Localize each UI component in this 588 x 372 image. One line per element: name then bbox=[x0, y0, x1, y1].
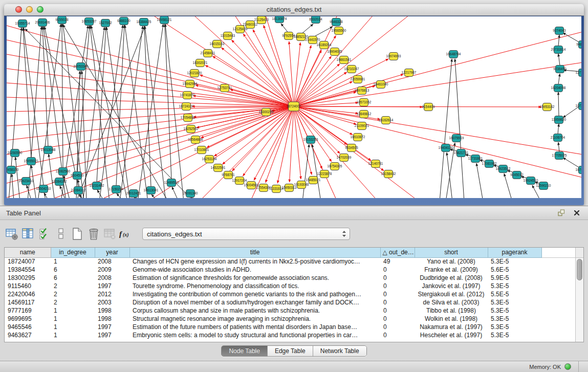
table-panel-title: Table Panel bbox=[6, 209, 41, 217]
table-cell: 1998 bbox=[95, 315, 129, 323]
table-cell: 14569117 bbox=[5, 298, 51, 307]
table-cell: 0 bbox=[380, 282, 415, 290]
graph-node-label: 16760212 bbox=[576, 168, 581, 171]
graph-node-label: 11015443 bbox=[221, 34, 235, 37]
table-row[interactable]: 946554611997Estimation of the future num… bbox=[5, 323, 575, 331]
table-cell: Genome-wide association studies in ADHD. bbox=[129, 266, 380, 274]
table-cell-filler bbox=[541, 266, 575, 274]
create-column-icon[interactable] bbox=[70, 226, 85, 242]
tab-edge-table[interactable]: Edge Table bbox=[268, 346, 313, 356]
table-row[interactable]: 977716911998Corpus callosum shape and si… bbox=[5, 307, 575, 315]
table-cell: 2 bbox=[51, 290, 95, 298]
graph-node-label: 9768761 bbox=[222, 173, 235, 177]
graph-edge bbox=[294, 106, 340, 154]
table-cell: 5.5E-5 bbox=[488, 290, 541, 298]
table-row[interactable]: 946362711997Embryonic stem cells: a mode… bbox=[5, 331, 575, 339]
graph-node-label: 14702039 bbox=[337, 156, 352, 159]
close-window-button[interactable] bbox=[15, 6, 22, 13]
table-row[interactable]: 2242004622012Investigating the contribut… bbox=[5, 290, 575, 298]
graph-edge bbox=[214, 106, 294, 156]
minimize-window-button[interactable] bbox=[26, 6, 33, 13]
select-visible-columns-icon[interactable] bbox=[37, 226, 52, 242]
delete-table-icon-disabled bbox=[102, 226, 118, 242]
column-header-indegree[interactable]: in_degree bbox=[51, 248, 95, 257]
graph-node-label: 21109021 bbox=[355, 124, 369, 127]
close-panel-icon[interactable] bbox=[572, 208, 582, 217]
resize-grip[interactable] bbox=[579, 361, 588, 372]
graph-edge bbox=[254, 106, 294, 180]
svg-text:(x): (x) bbox=[123, 232, 129, 238]
column-header-year[interactable]: year bbox=[95, 248, 129, 257]
table-cell: 2 bbox=[51, 298, 95, 307]
graph-node-label: 9634505 bbox=[345, 146, 358, 149]
graph-node-label: 19924510 bbox=[524, 179, 538, 182]
table-row[interactable]: 1872400712008Changes of HCN gene express… bbox=[5, 257, 575, 266]
show-columns-icon[interactable] bbox=[20, 226, 36, 242]
table-cell: 0 bbox=[380, 274, 415, 282]
table-cell: Disruption of a novel member of a sodium… bbox=[129, 298, 380, 307]
unselect-columns-icon[interactable] bbox=[53, 226, 69, 242]
graph-edge bbox=[172, 187, 179, 198]
float-panel-icon[interactable] bbox=[556, 208, 567, 217]
table-selector-dropdown[interactable]: citations_edges.txt bbox=[142, 228, 350, 240]
window-titlebar[interactable]: citations_edges.txt bbox=[4, 4, 584, 16]
table-cell: Structural magnetic resonance image aver… bbox=[129, 315, 380, 323]
svg-text:f: f bbox=[119, 230, 123, 238]
table-settings-icon[interactable] bbox=[4, 226, 19, 242]
table-cell: 5.3E-5 bbox=[488, 307, 541, 315]
table-row[interactable]: 969969511998Structural magnetic resonanc… bbox=[5, 315, 575, 323]
graph-node-label: 18302021 bbox=[193, 61, 208, 64]
column-header-title[interactable]: title bbox=[129, 248, 380, 257]
table-cell: 1997 bbox=[95, 323, 129, 331]
graph-edge bbox=[294, 106, 301, 179]
graph-node-label: 15976813 bbox=[355, 89, 369, 92]
table-cell: 5.9E-5 bbox=[488, 274, 541, 282]
table-cell: 5.3E-5 bbox=[488, 298, 541, 307]
delete-column-icon[interactable] bbox=[86, 226, 101, 242]
zoom-window-button[interactable] bbox=[37, 6, 43, 13]
graph-node-label: 9482940 bbox=[576, 42, 581, 46]
graph-node-label: 17010801 bbox=[194, 148, 209, 151]
graph-node-label: 12140781 bbox=[368, 162, 383, 165]
network-view-window: citations_edges.txt 12125439110154431601… bbox=[4, 4, 584, 205]
graph-node-label: 12021820 bbox=[187, 71, 202, 75]
table-selector-value: citations_edges.txt bbox=[147, 230, 342, 238]
graph-node-label: 16015163 bbox=[210, 42, 225, 46]
graph-node-label: 9236450 bbox=[553, 67, 567, 71]
table-cell: 0 bbox=[380, 307, 415, 315]
graph-node-label: 10974993 bbox=[386, 54, 401, 58]
table-vertical-scrollbar[interactable] bbox=[575, 248, 583, 342]
table-row[interactable]: 1938455462009Genome-wide association stu… bbox=[5, 266, 575, 274]
graph-edge bbox=[558, 92, 559, 116]
table-panel: Table Panel bbox=[0, 206, 588, 361]
table-cell: Embryonic stem cells: a model to study s… bbox=[129, 331, 380, 339]
tab-node-table[interactable]: Node Table bbox=[222, 346, 268, 356]
column-header-short[interactable]: short bbox=[415, 248, 488, 257]
graph-node-label: 18613041 bbox=[144, 188, 159, 192]
scrollbar-thumb[interactable] bbox=[577, 259, 582, 280]
graph-edge bbox=[28, 27, 41, 198]
table-cell: 9115460 bbox=[5, 282, 51, 290]
column-header-outde[interactable]: △ out_de… bbox=[380, 248, 415, 257]
graph-edge bbox=[12, 174, 14, 198]
function-builder-icon[interactable]: f (x) bbox=[119, 226, 134, 242]
graph-node-label: 20053346 bbox=[74, 64, 89, 68]
graph-edge bbox=[558, 54, 560, 65]
table-cell: Tibbo et al. (1998) bbox=[415, 307, 488, 315]
graph-edge bbox=[232, 40, 294, 106]
table-row[interactable]: 1456911722003Disruption of a novel membe… bbox=[5, 298, 575, 307]
graph-node-label: 21125410 bbox=[254, 18, 269, 21]
tab-network-table[interactable]: Network Table bbox=[313, 346, 366, 356]
graph-node-label: 10571052 bbox=[357, 100, 372, 104]
table-row[interactable]: 1830029562008Estimation of significance … bbox=[5, 274, 575, 282]
graph-node-label: 18384425 bbox=[137, 20, 151, 24]
table-cell: 0 bbox=[380, 298, 415, 307]
network-canvas[interactable]: 1212543911015443160151632145843118302021… bbox=[7, 16, 581, 198]
table-row[interactable]: 911546021997Tourette syndrome. Phenomeno… bbox=[5, 282, 575, 290]
graph-node-label: 10231402 bbox=[90, 184, 104, 187]
table-cell: 1997 bbox=[95, 282, 129, 290]
column-header-name[interactable]: name bbox=[5, 248, 51, 257]
graph-edge bbox=[294, 106, 332, 162]
column-header-pagerank[interactable]: pagerank bbox=[488, 248, 541, 257]
table-cell: 9463627 bbox=[5, 331, 51, 339]
